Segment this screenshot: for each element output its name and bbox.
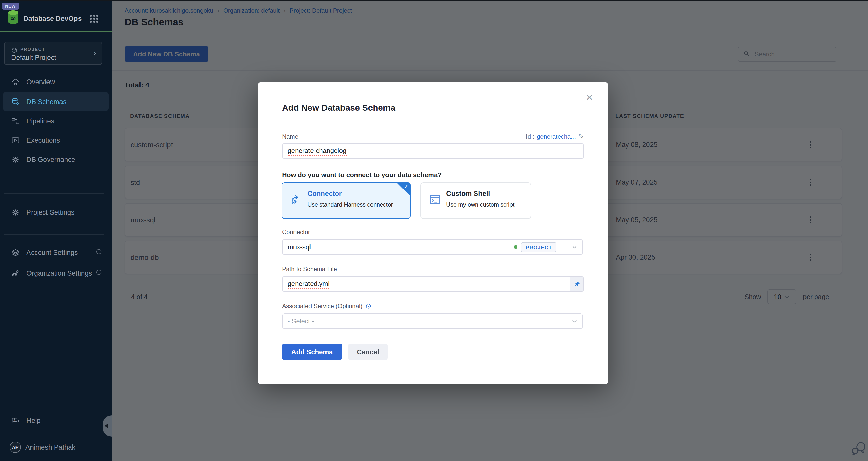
cancel-button[interactable]: Cancel (348, 344, 388, 360)
project-selector[interactable]: PROJECT Default Project › (4, 42, 102, 65)
svg-text:∞: ∞ (10, 14, 16, 23)
terminal-icon (429, 193, 441, 208)
sidebar-item-db-governance[interactable]: DB Governance (3, 150, 109, 169)
gear-icon (11, 208, 20, 217)
sidebar-item-help[interactable]: ? Help (3, 411, 109, 430)
selected-corner (396, 182, 411, 196)
sidebar-item-label: Help (26, 417, 41, 424)
sidebar-item-label: DB Governance (26, 156, 75, 163)
option-subtitle: Use my own custom script (446, 202, 514, 208)
option-card-custom-shell[interactable]: Custom Shell Use my own custom script (420, 182, 531, 219)
sidebar-divider (4, 234, 104, 235)
modal-title: Add New Database Schema (282, 103, 395, 113)
svg-text:?: ? (13, 418, 15, 421)
sidebar: NEW ∞ Database DevOps (0, 0, 112, 461)
app-title: Database DevOps (23, 15, 82, 22)
service-select[interactable]: - Select - (282, 313, 583, 329)
connector-value: mux-sql (288, 243, 514, 251)
pipelines-icon (11, 117, 20, 125)
sidebar-header: NEW ∞ Database DevOps (0, 0, 112, 32)
sidebar-divider (4, 402, 104, 402)
project-selector-label: PROJECT (20, 47, 45, 52)
pin-icon (573, 281, 580, 288)
governance-gear-icon (11, 155, 20, 164)
sidebar-item-project-settings[interactable]: Project Settings (3, 203, 109, 222)
collapse-left-icon (105, 423, 108, 429)
option-card-connector[interactable]: Connector Use standard Harness connector… (282, 182, 411, 219)
window-top-edge (0, 0, 868, 1)
sidebar-item-label: Organization Settings (26, 269, 92, 277)
app-window: NEW ∞ Database DevOps (0, 0, 868, 461)
executions-icon (11, 136, 20, 144)
name-field[interactable]: generate-changelog (282, 143, 584, 159)
connect-question: How do you want to connect to your data … (282, 171, 442, 179)
service-label-row: Associated Service (Optional) (282, 303, 371, 310)
sidebar-item-organization-settings[interactable]: Organization Settings (3, 264, 109, 283)
user-name: Animesh Pathak (25, 443, 75, 451)
org-chart-gear-icon (11, 269, 20, 277)
app-grid-icon[interactable] (89, 14, 99, 25)
connector-route-icon (290, 193, 302, 208)
option-subtitle: Use standard Harness connector (307, 202, 393, 208)
sidebar-item-label: Pipelines (26, 117, 54, 125)
edit-pencil-icon[interactable]: ✎ (578, 133, 584, 140)
service-placeholder: - Select - (288, 317, 572, 325)
id-label: Id : (526, 133, 534, 140)
connector-label: Connector (282, 228, 310, 236)
selected-check-icon: ✓ (404, 184, 408, 189)
info-icon[interactable] (96, 248, 102, 256)
add-schema-button[interactable]: Add Schema (282, 344, 342, 360)
new-badge: NEW (2, 3, 19, 10)
option-title: Custom Shell (446, 190, 490, 197)
sidebar-item-db-schemas[interactable]: DB Schemas (3, 92, 109, 111)
sidebar-item-pipelines[interactable]: Pipelines (3, 111, 109, 130)
name-label: Name (282, 133, 298, 140)
entity-id: Id : generatecha... ✎ (526, 133, 584, 140)
sidebar-item-label: Executions (26, 136, 60, 144)
avatar: AP (10, 442, 21, 453)
chat-support-icon[interactable] (851, 441, 867, 458)
db-schema-icon (11, 97, 20, 106)
sidebar-item-account-settings[interactable]: Account Settings (3, 243, 109, 262)
help-chat-icon: ? (11, 416, 20, 425)
info-icon[interactable] (365, 303, 371, 309)
service-label: Associated Service (Optional) (282, 303, 362, 310)
sidebar-item-label: Overview (26, 78, 55, 86)
layers-icon (11, 248, 20, 257)
home-icon (11, 77, 20, 86)
pin-button[interactable] (570, 277, 583, 291)
project-selector-name: Default Project (11, 54, 56, 61)
path-label: Path to Schema File (282, 266, 337, 273)
chevron-right-icon: › (94, 48, 96, 57)
scope-badge: PROJECT (521, 242, 556, 252)
add-schema-modal: ✕ Add New Database Schema Name Id : gene… (258, 82, 608, 384)
database-devops-logo-icon[interactable]: ∞ (7, 10, 19, 27)
sidebar-item-label: Project Settings (26, 208, 74, 216)
sidebar-divider (4, 193, 104, 194)
close-icon[interactable]: ✕ (583, 92, 596, 104)
sidebar-item-label: DB Schemas (26, 98, 67, 105)
sidebar-item-executions[interactable]: Executions (3, 130, 109, 150)
user-menu[interactable]: AP Animesh Pathak (3, 438, 109, 457)
info-icon[interactable] (96, 269, 102, 277)
status-dot-icon (514, 245, 518, 249)
id-value-link[interactable]: generatecha... (537, 133, 576, 140)
sidebar-item-overview[interactable]: Overview (3, 72, 109, 91)
chevron-down-icon (572, 318, 577, 324)
sidebar-item-label: Account Settings (26, 249, 78, 256)
name-field-value: generate-changelog (288, 146, 346, 156)
path-field[interactable]: generated.yml (282, 276, 584, 292)
connector-select[interactable]: mux-sql PROJECT (282, 239, 583, 255)
path-field-value: generated.yml (288, 279, 330, 289)
option-title: Connector (307, 190, 342, 197)
chevron-down-icon (572, 244, 577, 250)
